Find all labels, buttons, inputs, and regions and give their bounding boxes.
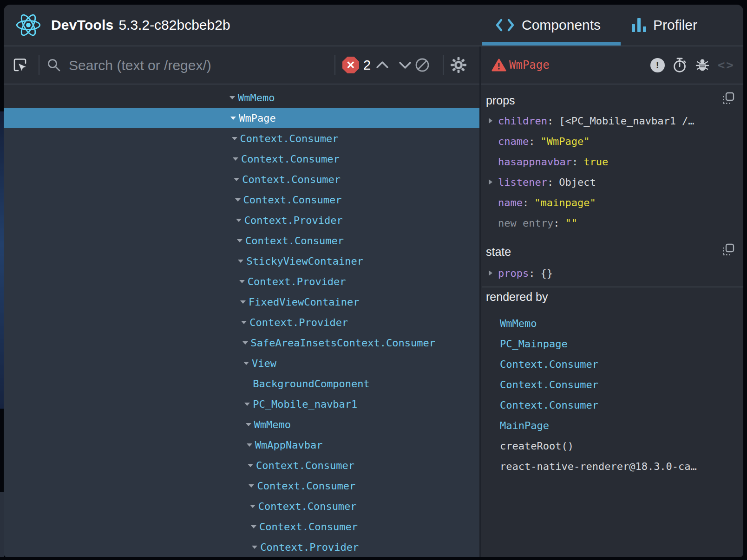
colon: : (529, 136, 535, 147)
suspense-stopwatch-icon[interactable] (672, 57, 687, 73)
tree-row-Context.Provider[interactable]: Context.Provider (4, 210, 481, 230)
prop-value[interactable]: "" (565, 217, 577, 229)
tree-row-Context.Consumer[interactable]: Context.Consumer (4, 169, 481, 189)
search-icon (46, 58, 61, 72)
tree-row-Context.Provider[interactable]: Context.Provider (4, 312, 481, 332)
component-name: Context.Consumer (258, 501, 357, 512)
tree-row-PC_Mobile_navbar1[interactable]: PC_Mobile_navbar1 (4, 394, 481, 414)
prop-key: cname (498, 136, 529, 147)
tree-row-WmPage[interactable]: WmPage (4, 108, 481, 128)
panel-divider[interactable] (479, 46, 481, 557)
error-circle-icon[interactable]: ! (650, 58, 665, 72)
state-list: props:{} (482, 263, 743, 283)
expander-triangle-icon[interactable] (232, 137, 237, 140)
component-name: Context.Consumer (259, 521, 358, 533)
tree-row-Context.Consumer[interactable]: Context.Consumer (4, 516, 481, 537)
prop-value[interactable]: "mainpage" (534, 197, 596, 208)
tree-row-WmMemo[interactable]: WmMemo (4, 87, 481, 108)
clear-errors-button[interactable] (414, 57, 430, 73)
expander-triangle-icon[interactable] (252, 546, 257, 549)
props-section-title: props (486, 94, 515, 107)
next-error-button[interactable] (398, 60, 412, 70)
settings-button[interactable] (450, 56, 467, 74)
owner-link[interactable]: Context.Consumer (482, 374, 743, 395)
expander-triangle-icon[interactable] (251, 525, 256, 528)
tree-row-Context.Consumer[interactable]: Context.Consumer (4, 496, 481, 516)
tree-row-Context.Provider[interactable]: Context.Provider (4, 271, 481, 292)
react-logo-icon (15, 12, 42, 39)
tree-row-Context.Provider[interactable]: Context.Provider (4, 537, 481, 557)
error-count: 2 (363, 58, 371, 73)
component-name: Context.Provider (244, 215, 343, 226)
tree-row-WmAppNavbar[interactable]: WmAppNavbar (4, 435, 481, 455)
prop-value[interactable]: true (583, 156, 608, 168)
tree-row-WmMemo[interactable]: WmMemo (4, 414, 481, 435)
expander-triangle-icon[interactable] (239, 280, 245, 283)
tree-row-Context.Consumer[interactable]: Context.Consumer (4, 475, 481, 496)
expander-triangle-icon[interactable] (230, 117, 236, 120)
expand-arrow-icon[interactable] (489, 179, 492, 185)
prop-value[interactable]: "WmPage" (540, 136, 590, 147)
divider (443, 55, 444, 75)
copy-icon[interactable] (722, 243, 735, 256)
tree-row-Context.Consumer[interactable]: Context.Consumer (4, 455, 481, 475)
component-name: Context.Provider (249, 317, 348, 328)
tree-row-Context.Consumer[interactable]: Context.Consumer (4, 149, 481, 169)
owner-link[interactable]: Context.Consumer (482, 354, 743, 374)
owner-link[interactable]: MainPage (482, 415, 743, 436)
selected-component-name: WmPage (509, 59, 550, 72)
component-name: PC_Mobile_navbar1 (253, 398, 357, 410)
component-name: Context.Consumer (257, 480, 355, 492)
kv-row-cname: cname:"WmPage" (482, 131, 743, 151)
previous-error-button[interactable] (375, 60, 389, 70)
expander-triangle-icon[interactable] (248, 464, 253, 467)
expand-arrow-icon[interactable] (489, 118, 492, 124)
colon: : (529, 267, 535, 279)
expander-triangle-icon[interactable] (242, 341, 248, 345)
owner-link[interactable]: Context.Consumer (482, 395, 743, 415)
debug-bug-icon[interactable] (695, 57, 710, 73)
expander-triangle-icon[interactable] (229, 96, 235, 99)
tab-components[interactable]: Components (495, 5, 601, 46)
expander-triangle-icon[interactable] (233, 157, 238, 161)
copy-icon[interactable] (722, 92, 735, 105)
tree-row-Context.Consumer[interactable]: Context.Consumer (4, 230, 481, 251)
expander-triangle-icon[interactable] (240, 300, 246, 304)
inspect-element-icon (12, 57, 28, 73)
expander-triangle-icon[interactable] (236, 219, 242, 222)
tree-row-SafeAreaInsetsContext.Consumer[interactable]: SafeAreaInsetsContext.Consumer (4, 332, 481, 353)
inspect-element-button[interactable] (12, 57, 28, 73)
search-input[interactable] (68, 53, 283, 78)
expander-triangle-icon[interactable] (241, 321, 247, 324)
devtools-window: DevTools5.3.2-c82bcbeb2b Components Prof… (4, 5, 743, 557)
component-name: Context.Provider (260, 541, 359, 553)
expand-arrow-icon[interactable] (489, 270, 492, 276)
tab-profiler[interactable]: Profiler (632, 5, 697, 46)
expander-triangle-icon[interactable] (235, 198, 241, 202)
owner-link[interactable]: WmMemo (482, 313, 743, 333)
expander-triangle-icon[interactable] (250, 505, 256, 508)
expander-triangle-icon[interactable] (238, 260, 243, 263)
expander-triangle-icon[interactable] (249, 484, 254, 488)
expander-triangle-icon[interactable] (243, 362, 249, 365)
tree-row-View[interactable]: View (4, 353, 481, 373)
owner-link[interactable]: PC_Mainpage (482, 333, 743, 354)
tree-row-BackgroundComponent[interactable]: BackgroundComponent (4, 373, 481, 394)
component-name: Context.Consumer (240, 133, 339, 144)
expander-triangle-icon[interactable] (237, 239, 242, 242)
tree-row-Context.Consumer[interactable]: Context.Consumer (4, 189, 481, 210)
prop-value: {} (540, 267, 553, 279)
view-source-icon[interactable]: <> (718, 58, 735, 72)
expander-triangle-icon[interactable] (244, 403, 250, 406)
expander-triangle-icon[interactable] (234, 178, 239, 181)
prop-value: [<PC_Mobile_navbar1 /… (559, 115, 694, 127)
tree-row-StickyViewContainer[interactable]: StickyViewContainer (4, 251, 481, 271)
tree-row-FixedViewContainer[interactable]: FixedViewContainer (4, 292, 481, 312)
expander-triangle-icon[interactable] (246, 423, 251, 426)
expander-triangle-icon[interactable] (247, 443, 252, 447)
tree-row-Context.Consumer[interactable]: Context.Consumer (4, 128, 481, 149)
kv-row-listener: listener:Object (482, 172, 743, 192)
tab-profiler-label: Profiler (653, 17, 697, 33)
code-brackets-icon (495, 18, 515, 32)
kv-row-new-entry: new entry:"" (482, 213, 743, 233)
